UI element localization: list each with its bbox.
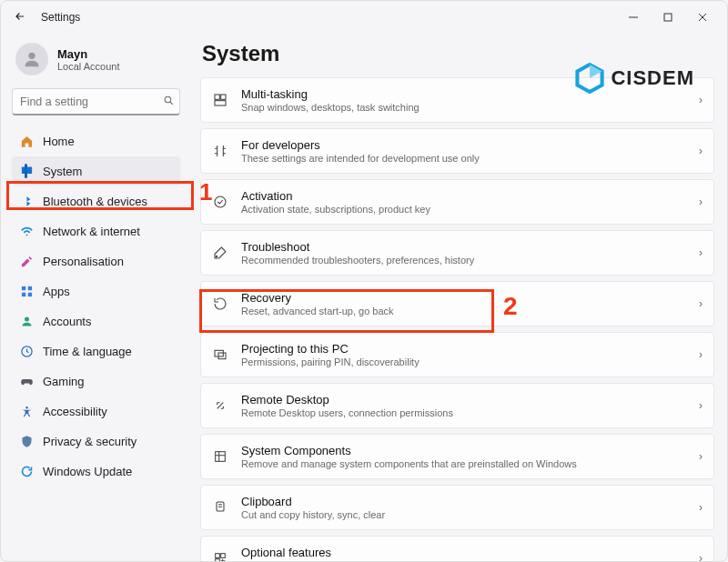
settings-card-clipboard[interactable]: ClipboardCut and copy history, sync, cle… [200,485,714,530]
recovery-icon [212,296,228,311]
chevron-right-icon: › [699,297,703,310]
sidebar-item-label: Privacy & security [43,435,136,448]
svg-rect-6 [21,292,25,296]
svg-rect-12 [221,95,226,99]
card-desc: Recommended troubleshooters, preferences… [241,255,474,266]
sidebar-item-label: Network & internet [43,225,140,238]
search-input[interactable] [20,95,163,108]
card-title: Recovery [241,291,394,305]
svg-rect-20 [216,554,220,558]
sidebar-item-label: Gaming [43,375,85,388]
sidebar-item-apps[interactable]: Apps [12,276,180,306]
sidebar-item-system[interactable]: System [12,156,180,186]
profile-block[interactable]: Mayn Local Account [15,43,177,75]
sidebar-item-label: Windows Update [43,465,132,478]
sidebar-item-personalisation[interactable]: Personalisation [12,246,180,276]
card-desc: Cut and copy history, sync, clear [241,509,385,520]
svg-rect-18 [216,452,226,462]
sidebar-item-label: Time & language [43,345,132,358]
sidebar-item-label: Accounts [43,315,91,328]
developers-icon [212,144,228,158]
svg-rect-13 [215,101,226,105]
card-title: Clipboard [241,495,385,508]
window-title: Settings [41,11,80,24]
sidebar-item-network-internet[interactable]: Network & internet [12,216,180,246]
sidebar-item-bluetooth-devices[interactable]: Bluetooth & devices [12,186,180,216]
chevron-right-icon: › [699,246,703,259]
chevron-right-icon: › [699,399,703,412]
chevron-right-icon: › [699,501,703,514]
card-desc: Snap windows, desktops, task switching [241,102,420,113]
settings-card-list: Multi-taskingSnap windows, desktops, tas… [200,77,714,561]
sidebar-item-home[interactable]: Home [12,126,180,156]
card-desc: Reset, advanced start-up, go back [241,306,394,316]
avatar [15,43,48,75]
multitasking-icon [212,93,228,107]
settings-card-recovery[interactable]: RecoveryReset, advanced start-up, go bac… [200,281,714,326]
main-content: System Multi-taskingSnap windows, deskto… [187,34,727,561]
card-title: Remote Desktop [241,393,453,406]
settings-card-remote-desktop[interactable]: Remote DesktopRemote Desktop users, conn… [200,383,714,428]
settings-card-system-components[interactable]: System ComponentsRemove and manage syste… [200,434,714,479]
time-language-icon [19,345,34,358]
sidebar-item-accounts[interactable]: Accounts [12,306,180,336]
back-button[interactable] [12,10,28,25]
chevron-right-icon: › [699,94,703,106]
sidebar-item-accessibility[interactable]: Accessibility [12,396,180,426]
svg-rect-17 [218,353,226,359]
chevron-right-icon: › [699,450,703,463]
card-desc: Activation state, subscriptions, product… [241,204,430,215]
profile-sub: Local Account [57,61,120,72]
card-title: Troubleshoot [241,240,474,254]
svg-point-15 [216,256,217,256]
sidebar: Mayn Local Account HomeSystemBluetooth &… [1,34,187,561]
sidebar-item-label: Personalisation [43,255,124,268]
sidebar-item-label: Accessibility [43,405,107,418]
network-icon [19,225,34,238]
svg-point-8 [25,316,29,321]
chevron-right-icon: › [699,145,703,157]
sidebar-item-label: Home [43,135,75,148]
projecting-icon [212,347,228,362]
settings-card-optional-features[interactable]: Optional featuresExtra functionality for… [200,536,714,561]
settings-card-activation[interactable]: ActivationActivation state, subscription… [200,179,714,225]
card-desc: Remote Desktop users, connection permiss… [241,407,453,418]
sidebar-item-windows-update[interactable]: Windows Update [12,457,180,486]
sidebar-item-privacy-security[interactable]: Privacy & security [12,427,180,456]
update-icon [19,465,34,478]
svg-rect-22 [216,559,220,561]
svg-rect-16 [215,350,223,356]
gaming-icon [19,375,34,388]
svg-rect-0 [664,14,672,21]
apps-icon [19,285,34,298]
sidebar-item-time-language[interactable]: Time & language [12,336,180,366]
minimize-button[interactable] [616,5,651,30]
settings-card-multi-tasking[interactable]: Multi-taskingSnap windows, desktops, tas… [200,77,714,123]
settings-card-for-developers[interactable]: For developersThese settings are intende… [200,128,714,174]
settings-card-projecting-to-this-pc[interactable]: Projecting to this PCPermissions, pairin… [200,332,714,377]
settings-card-troubleshoot[interactable]: TroubleshootRecommended troubleshooters,… [200,230,714,276]
sidebar-item-label: Bluetooth & devices [43,195,147,208]
card-desc: These settings are intended for developm… [241,153,480,164]
svg-rect-11 [215,95,219,99]
maximize-button[interactable] [651,5,685,30]
sidebar-item-label: System [43,165,82,178]
personalisation-icon [19,255,34,268]
card-desc: Permissions, pairing PIN, discoverabilit… [241,356,420,367]
svg-rect-21 [221,554,226,558]
svg-point-10 [25,406,28,408]
troubleshoot-icon [212,246,228,260]
accounts-icon [19,315,34,328]
svg-rect-5 [27,286,31,289]
svg-rect-4 [21,286,25,289]
card-desc: Extra functionality for your device [241,560,389,561]
card-title: Projecting to this PC [241,342,420,356]
optional-features-icon [212,551,228,561]
sidebar-item-gaming[interactable]: Gaming [12,366,180,396]
card-desc: Remove and manage system components that… [241,458,577,469]
card-title: Activation [241,189,430,203]
card-title: System Components [241,444,577,457]
close-button[interactable] [685,5,720,30]
card-title: Multi-tasking [241,87,420,101]
search-input-container[interactable] [12,88,180,115]
